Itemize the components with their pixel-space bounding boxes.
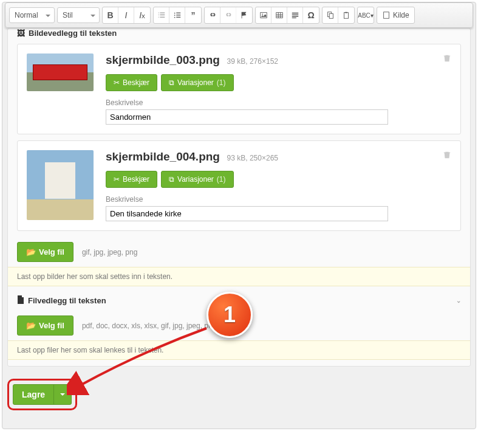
svg-rect-12 (345, 12, 347, 13)
copy-icon: ⧉ (169, 175, 174, 184)
image-icon: 🖼 (17, 29, 25, 38)
choose-file-label: Velg fil (39, 247, 64, 257)
image-section-header: 🖼 Bildevedlegg til teksten (8, 29, 470, 44)
attachment-card: skjermbilde_004.png 93 kB, 250×265 ✂ Bes… (17, 140, 461, 231)
source-label: Kilde (393, 11, 409, 19)
source-button[interactable]: Kilde (377, 7, 414, 23)
copy-icon: ⧉ (169, 78, 174, 87)
svg-rect-13 (384, 12, 389, 19)
variations-button[interactable]: ⧉ Variasjoner (1) (161, 74, 233, 91)
save-dropdown-toggle[interactable] (54, 385, 71, 404)
save-button[interactable]: Lagre (13, 384, 72, 405)
align-button[interactable] (287, 7, 303, 23)
folder-icon: 📂 (26, 247, 36, 257)
svg-rect-3 (176, 15, 180, 15)
crop-icon: ✂ (114, 78, 120, 87)
save-button-highlight: Lagre (7, 379, 77, 410)
clear-format-button[interactable]: Ix (134, 7, 150, 23)
description-label: Beskrivelse (106, 195, 451, 204)
attachment-filename: skjermbilde_004.png (106, 150, 220, 163)
link-button[interactable] (205, 7, 220, 23)
flag-button[interactable] (236, 7, 252, 23)
svg-rect-8 (276, 13, 282, 18)
blockquote-button[interactable]: ” (185, 7, 201, 23)
ordered-list-button[interactable] (154, 7, 169, 23)
format-select[interactable]: Normal (9, 7, 55, 23)
annotation-badge: 1 (207, 292, 253, 338)
crop-button[interactable]: ✂ Beskjær (106, 74, 157, 91)
image-button[interactable] (256, 7, 271, 23)
save-button-label: Lagre (13, 385, 54, 404)
attachment-thumbnail (27, 150, 94, 220)
svg-point-0 (174, 13, 175, 14)
svg-rect-1 (176, 13, 180, 13)
variations-count: (1) (217, 175, 226, 184)
crop-label: Beskjær (123, 175, 149, 184)
svg-point-4 (174, 17, 175, 18)
variations-button[interactable]: ⧉ Variasjoner (1) (161, 171, 233, 188)
delete-attachment-button[interactable] (443, 150, 451, 160)
copy-button[interactable] (323, 7, 338, 23)
choose-file-button[interactable]: 📂 Velg fil (17, 315, 73, 336)
unordered-list-button[interactable] (169, 7, 185, 23)
variations-label: Variasjoner (177, 175, 214, 184)
svg-point-2 (174, 15, 175, 16)
svg-point-7 (262, 13, 263, 15)
image-upload-hint: Last opp bilder her som skal settes inn … (8, 267, 470, 286)
delete-attachment-button[interactable] (443, 53, 451, 64)
style-select[interactable]: Stil (57, 7, 100, 23)
choose-image-file-button[interactable]: 📂 Velg fil (17, 242, 73, 262)
folder-icon: 📂 (26, 321, 36, 330)
image-filetypes: gif, jpg, jpeg, png (82, 248, 137, 257)
image-section-title: Bildevedlegg til teksten (29, 29, 117, 38)
editor-toolbar: Normal Stil B I Ix ” (5, 2, 473, 28)
description-input[interactable] (106, 206, 388, 221)
special-char-button[interactable]: Ω (303, 7, 319, 23)
italic-button[interactable]: I (118, 7, 134, 23)
svg-rect-5 (176, 17, 180, 18)
svg-rect-10 (329, 13, 333, 18)
description-label: Beskrivelse (106, 98, 451, 107)
unlink-button[interactable] (220, 7, 236, 23)
svg-rect-11 (344, 13, 349, 19)
crop-button[interactable]: ✂ Beskjær (106, 171, 157, 188)
bold-button[interactable]: B (103, 7, 118, 23)
file-section-title: Filvedlegg til teksten (28, 296, 106, 305)
crop-icon: ✂ (114, 175, 120, 184)
description-input[interactable] (106, 109, 388, 125)
variations-label: Variasjoner (177, 78, 214, 87)
attachment-filename: skjermbilde_003.png (106, 53, 220, 66)
attachment-meta: 39 kB, 276×152 (227, 57, 278, 66)
chevron-down-icon: ⌄ (456, 297, 461, 304)
choose-file-label: Velg fil (39, 321, 64, 330)
file-upload-hint: Last opp filer her som skal lenkes til i… (8, 340, 470, 360)
spellcheck-button[interactable]: ABC▾ (358, 7, 374, 23)
attachment-card: skjermbilde_003.png 39 kB, 276×152 ✂ Bes… (17, 44, 461, 134)
attachment-meta: 93 kB, 250×265 (227, 154, 278, 162)
crop-label: Beskjær (123, 78, 149, 87)
attachment-thumbnail (27, 53, 94, 91)
variations-count: (1) (217, 78, 226, 87)
file-icon (17, 295, 24, 306)
paste-button[interactable] (338, 7, 354, 23)
table-button[interactable] (271, 7, 287, 23)
